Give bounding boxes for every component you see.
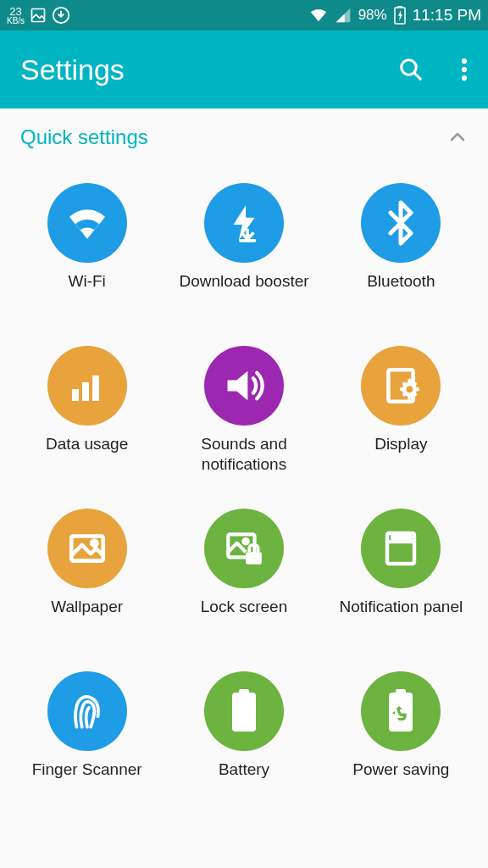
svg-point-15 [92,541,97,546]
sounds-notifications-item[interactable]: Sounds and notifications [165,332,322,495]
page-title: Settings [20,53,125,86]
svg-rect-29 [389,693,413,732]
wifi-icon [309,6,328,25]
battery-charging-icon [394,6,406,25]
app-header: Settings [0,31,488,108]
svg-rect-27 [232,693,256,732]
panel-icon [361,509,441,588]
item-label: Battery [219,760,269,800]
battery-recycle-icon [361,671,441,751]
svg-point-8 [462,75,467,81]
svg-point-25 [408,536,412,539]
svg-point-22 [393,536,396,539]
svg-point-7 [462,67,467,72]
clock-time: 11:15 PM [413,6,481,25]
svg-rect-0 [32,9,45,22]
item-label: Wi-Fi [69,271,106,312]
wifi-icon [47,183,127,263]
svg-line-5 [414,73,421,80]
fingerprint-icon [47,671,127,751]
svg-rect-9 [72,389,79,401]
data-usage-item[interactable]: Data usage [8,332,165,495]
bluetooth-item[interactable]: Bluetooth [323,170,480,332]
battery-percent: 98% [358,7,387,24]
download-cloud-icon [52,6,70,25]
display-gear-icon [361,346,441,426]
item-label: Power saving [352,760,449,800]
quick-settings-section-header[interactable]: Quick settings [0,108,488,156]
bluetooth-icon [361,183,441,263]
item-label: Download booster [179,271,308,312]
picture-icon [47,509,127,588]
item-label: Lock screen [201,597,287,637]
speed-value: 23 [7,6,25,17]
speed-unit: KB/s [7,17,25,25]
item-label: Display [374,434,427,475]
notification-panel-item[interactable]: Notification panel [323,495,480,658]
item-label: Bluetooth [367,271,435,312]
item-label: Notification panel [339,597,463,637]
item-label: Sounds and notifications [169,434,319,475]
svg-point-23 [398,536,402,539]
display-item[interactable]: Display [323,332,480,495]
battery-item[interactable]: Battery [165,658,322,821]
finger-scanner-item[interactable]: Finger Scanner [8,658,165,821]
power-saving-item[interactable]: Power saving [323,658,480,821]
svg-point-19 [252,556,256,560]
speaker-icon [204,346,284,426]
lock-screen-item[interactable]: Lock screen [165,495,322,658]
item-label: Finger Scanner [32,760,142,800]
wifi-item[interactable]: Wi-Fi [8,170,165,332]
section-title: Quick settings [20,125,148,149]
quick-settings-grid: Wi-Fi Download booster Bluetooth Data us… [0,156,488,821]
signal-icon [335,7,352,24]
chevron-up-icon [447,127,468,147]
bar-chart-icon [47,346,127,426]
battery-icon [204,671,284,751]
svg-point-6 [462,58,467,64]
download-booster-item[interactable]: Download booster [165,170,322,332]
svg-point-17 [243,539,247,543]
lightning-download-icon [204,183,284,263]
more-menu-icon[interactable] [461,57,468,82]
network-speed: 23 KB/s [7,6,25,25]
svg-rect-11 [92,376,99,401]
svg-rect-10 [82,382,89,401]
picture-icon [30,7,47,24]
lock-picture-icon [204,509,284,588]
search-icon[interactable] [398,57,424,82]
wallpaper-item[interactable]: Wallpaper [8,495,165,658]
svg-rect-3 [397,6,402,8]
item-label: Data usage [46,434,128,475]
item-label: Wallpaper [51,597,123,637]
svg-point-24 [403,536,407,539]
status-bar: 23 KB/s 98% 11:15 PM [0,0,488,31]
